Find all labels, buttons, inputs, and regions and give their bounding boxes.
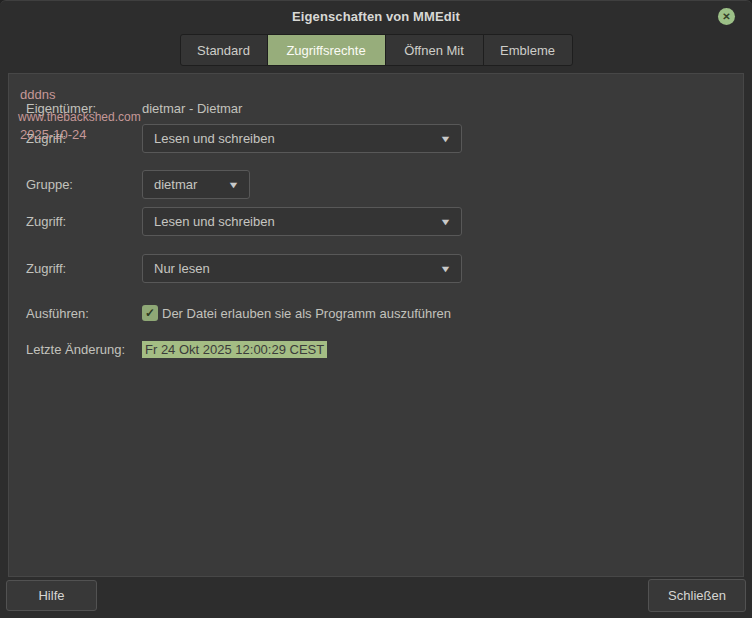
modified-label: Letzte Änderung: <box>26 342 142 357</box>
tab-bar: Standard Zugriffsrechte Öffnen Mit Emble… <box>0 34 752 66</box>
group-dropdown[interactable]: dietmar ▼ <box>142 170 250 199</box>
group-access-row: Zugriff: Lesen und schreiben ▼ <box>26 207 743 236</box>
chevron-down-icon: ▼ <box>439 217 451 227</box>
group-row: Gruppe: dietmar ▼ <box>26 170 743 199</box>
chevron-down-icon: ▼ <box>227 180 239 190</box>
tab-zugriffsrechte[interactable]: Zugriffsrechte <box>267 34 386 66</box>
dialog-footer: Hilfe Schließen <box>0 577 752 618</box>
owner-label: Eigentümer: <box>26 101 142 116</box>
group-dropdown-value: dietmar <box>154 177 197 192</box>
owner-access-row: Zugriff: Lesen und schreiben ▼ <box>26 124 743 153</box>
close-button[interactable]: Schließen <box>648 579 746 612</box>
chevron-down-icon: ▼ <box>439 264 451 274</box>
close-icon: ✕ <box>722 12 730 22</box>
modified-value: Fr 24 Okt 2025 12:00:29 CEST <box>142 341 327 358</box>
window-close-button[interactable]: ✕ <box>718 8 735 25</box>
execute-checkbox-text: Der Datei erlauben sie als Programm ausz… <box>162 306 451 321</box>
group-access-dropdown-value: Lesen und schreiben <box>154 214 275 229</box>
execute-checkbox[interactable]: ✓ <box>142 305 158 321</box>
owner-access-dropdown[interactable]: Lesen und schreiben ▼ <box>142 124 462 153</box>
tab-embleme[interactable]: Embleme <box>483 34 573 66</box>
group-access-label: Zugriff: <box>26 214 142 229</box>
properties-dialog: Eigenschaften von MMEdit ✕ Standard Zugr… <box>0 0 752 618</box>
help-button[interactable]: Hilfe <box>6 580 97 611</box>
others-access-row: Zugriff: Nur lesen ▼ <box>26 254 743 283</box>
execute-row: Ausführen: ✓ Der Datei erlauben sie als … <box>26 303 743 323</box>
owner-row: Eigentümer: dietmar - Dietmar <box>26 100 743 116</box>
group-access-dropdown[interactable]: Lesen und schreiben ▼ <box>142 207 462 236</box>
chevron-down-icon: ▼ <box>439 134 451 144</box>
window-title: Eigenschaften von MMEdit <box>292 9 460 24</box>
checkmark-icon: ✓ <box>145 307 155 319</box>
others-access-label: Zugriff: <box>26 261 142 276</box>
tab-oeffnen-mit[interactable]: Öffnen Mit <box>385 34 484 66</box>
others-access-dropdown[interactable]: Nur lesen ▼ <box>142 254 462 283</box>
others-access-dropdown-value: Nur lesen <box>154 261 210 276</box>
group-label: Gruppe: <box>26 177 142 192</box>
owner-value: dietmar - Dietmar <box>142 101 242 116</box>
permissions-panel: Eigentümer: dietmar - Dietmar Zugriff: L… <box>8 73 744 577</box>
owner-access-label: Zugriff: <box>26 131 142 146</box>
titlebar: Eigenschaften von MMEdit ✕ <box>0 1 752 31</box>
execute-label: Ausführen: <box>26 306 142 321</box>
modified-row: Letzte Änderung: Fr 24 Okt 2025 12:00:29… <box>26 340 743 358</box>
tab-standard[interactable]: Standard <box>180 34 268 66</box>
owner-access-dropdown-value: Lesen und schreiben <box>154 131 275 146</box>
